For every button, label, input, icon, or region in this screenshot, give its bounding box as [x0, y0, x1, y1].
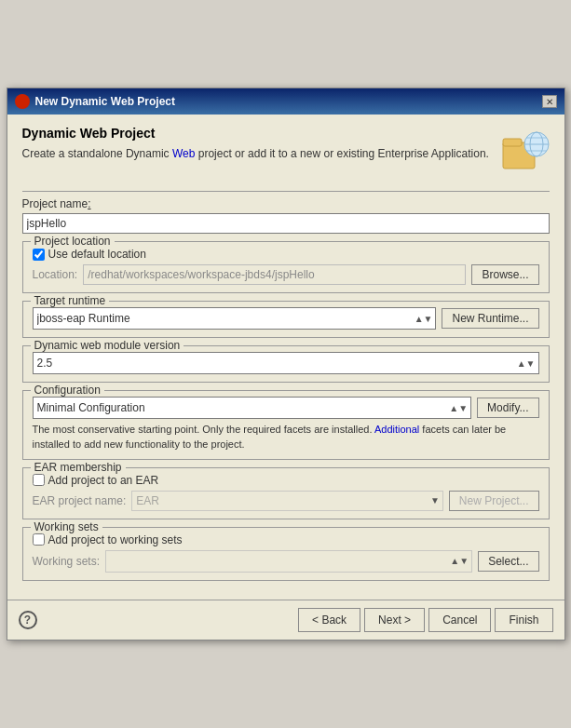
dialog-title: Dynamic Web Project	[22, 126, 494, 141]
use-default-checkbox[interactable]	[33, 249, 45, 261]
ear-project-name-select: EAR	[131, 491, 443, 511]
app-icon	[15, 94, 30, 109]
config-description: The most conservative starting point. On…	[33, 423, 539, 452]
project-location-label: Project location	[31, 235, 115, 248]
window-title: New Dynamic Web Project	[35, 95, 176, 108]
ear-add-row: Add project to an EAR	[33, 474, 539, 487]
location-label: Location:	[33, 268, 78, 281]
project-name-input[interactable]	[22, 213, 550, 234]
runtime-select-wrapper: jboss-eap Runtime ▲▼	[33, 307, 437, 330]
ear-project-row: EAR project name: EAR ▼ New Project...	[33, 491, 539, 511]
web-module-version-label: Dynamic web module version	[31, 339, 184, 352]
project-icon	[501, 126, 550, 174]
location-input	[83, 264, 466, 285]
ear-add-label[interactable]: Add project to an EAR	[33, 474, 159, 487]
web-module-version-group: Dynamic web module version 2.5 3.0 3.1 ▲…	[22, 345, 550, 383]
web-link[interactable]: Web	[172, 147, 195, 160]
new-runtime-button[interactable]: New Runtime...	[442, 308, 538, 329]
title-bar: New Dynamic Web Project ✕	[7, 88, 564, 115]
project-name-section: Project name:	[22, 197, 550, 234]
working-sets-add-row: Add project to working sets	[33, 533, 539, 546]
help-button[interactable]: ?	[19, 611, 37, 629]
use-default-label[interactable]: Use default location	[33, 248, 146, 261]
working-sets-label: Working sets	[31, 520, 102, 533]
use-default-row: Use default location	[33, 248, 539, 261]
footer: ? < Back Next > Cancel Finish	[7, 600, 564, 640]
working-sets-add-checkbox[interactable]	[33, 533, 45, 546]
header-section: Dynamic Web Project Create a standalone …	[22, 126, 550, 174]
next-button[interactable]: Next >	[364, 608, 425, 632]
svg-point-0	[16, 95, 29, 108]
svg-rect-2	[503, 139, 522, 146]
configuration-label: Configuration	[31, 384, 104, 397]
ear-project-name-label: EAR project name:	[33, 494, 127, 507]
main-window: New Dynamic Web Project ✕ Dynamic Web Pr…	[7, 88, 565, 640]
footer-left: ?	[19, 611, 37, 629]
runtime-select[interactable]: jboss-eap Runtime	[33, 307, 437, 330]
header-text: Dynamic Web Project Create a standalone …	[22, 126, 494, 162]
ear-add-checkbox[interactable]	[33, 474, 45, 486]
cancel-button[interactable]: Cancel	[428, 608, 491, 632]
browse-button[interactable]: Browse...	[471, 264, 538, 285]
header-description: Create a standalone Dynamic Web project …	[22, 146, 494, 162]
configuration-select[interactable]: Minimal Configuration Default Configurat…	[33, 397, 472, 419]
additional-facets-link[interactable]: Additional	[374, 424, 419, 435]
new-project-button: New Project...	[449, 491, 539, 511]
configuration-group: Configuration Minimal Configuration Defa…	[22, 390, 550, 460]
web-module-select-wrapper: 2.5 3.0 3.1 ▲▼	[33, 352, 539, 374]
footer-buttons: < Back Next > Cancel Finish	[298, 608, 552, 632]
configuration-select-wrapper: Minimal Configuration Default Configurat…	[33, 397, 472, 419]
web-module-version-select[interactable]: 2.5 3.0 3.1	[33, 352, 539, 374]
target-runtime-group: Target runtime jboss-eap Runtime ▲▼ New …	[22, 301, 550, 338]
runtime-row: jboss-eap Runtime ▲▼ New Runtime...	[33, 307, 539, 330]
configuration-row: Minimal Configuration Default Configurat…	[33, 397, 539, 419]
working-sets-group: Working sets Add project to working sets…	[22, 527, 550, 581]
project-location-group: Project location Use default location Lo…	[22, 241, 550, 293]
working-sets-select-row: Working sets: ▲▼ Select...	[33, 550, 539, 573]
ear-membership-group: EAR membership Add project to an EAR EAR…	[22, 467, 550, 519]
project-name-label: Project name:	[22, 197, 550, 210]
title-bar-left: New Dynamic Web Project	[15, 94, 176, 109]
back-button[interactable]: < Back	[298, 608, 360, 632]
ear-project-input-wrapper: EAR ▼	[131, 491, 443, 511]
header-divider	[22, 191, 550, 192]
working-sets-row-label: Working sets:	[33, 555, 100, 568]
target-runtime-label: Target runtime	[31, 294, 110, 307]
working-sets-input-wrapper: ▲▼	[105, 550, 472, 573]
location-row: Location: Browse...	[33, 264, 539, 285]
ear-membership-label: EAR membership	[31, 461, 126, 474]
close-button[interactable]: ✕	[542, 95, 557, 108]
select-working-sets-button[interactable]: Select...	[478, 551, 538, 572]
finish-button[interactable]: Finish	[495, 608, 552, 632]
working-sets-select	[105, 550, 472, 573]
dialog-content: Dynamic Web Project Create a standalone …	[7, 115, 564, 600]
working-sets-add-label[interactable]: Add project to working sets	[33, 533, 183, 546]
modify-button[interactable]: Modify...	[477, 398, 538, 418]
